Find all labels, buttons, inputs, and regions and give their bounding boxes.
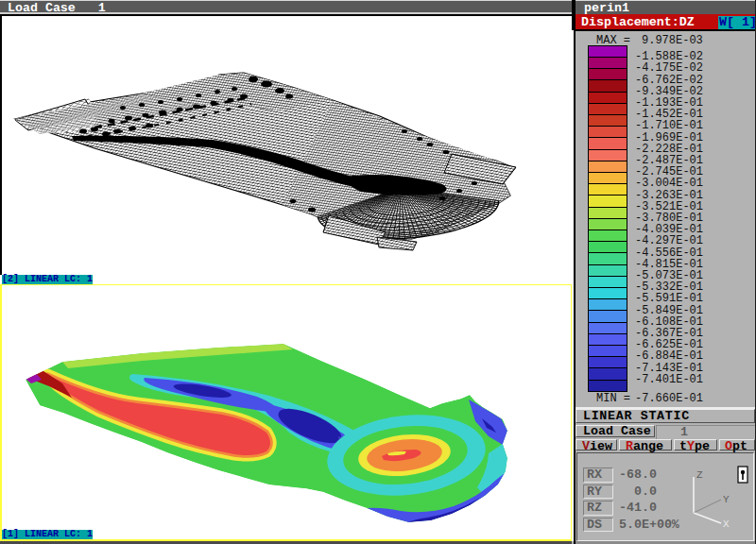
svg-text:Y: Y [723,494,730,505]
svg-text:X: X [723,518,730,530]
svg-text:Z: Z [696,469,703,481]
